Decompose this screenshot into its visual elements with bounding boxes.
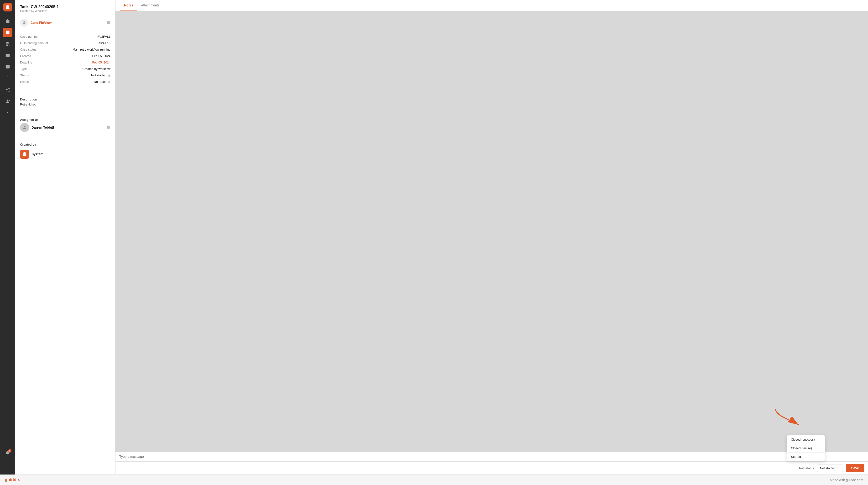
created-label: Created bbox=[20, 53, 61, 59]
assigned-avatar bbox=[20, 123, 29, 132]
dropdown-option-started[interactable]: Started bbox=[787, 453, 825, 461]
task-status-select[interactable]: Not started bbox=[817, 464, 843, 472]
case-number-row: Case number FV2FVL1 bbox=[20, 33, 111, 40]
tasks-icon[interactable] bbox=[3, 28, 12, 37]
notification-count: 3 bbox=[8, 449, 11, 453]
contact-name[interactable]: Jane FinView bbox=[31, 21, 52, 25]
avatar bbox=[20, 19, 28, 27]
assigned-person: Darren Tebbitt bbox=[20, 123, 54, 132]
outstanding-amount-label: Outstanding amount bbox=[20, 40, 61, 46]
case-status-value: Main retry workflow running bbox=[61, 46, 111, 53]
tab-notes[interactable]: Notes bbox=[120, 0, 137, 11]
home-icon[interactable] bbox=[3, 16, 12, 26]
status-value: Not started bbox=[61, 72, 111, 79]
case-status-row: Case status Main retry workflow running bbox=[20, 46, 111, 53]
task-status-label: Task status bbox=[799, 466, 814, 470]
svg-rect-0 bbox=[6, 31, 9, 34]
type-value: Created by workflow bbox=[61, 66, 111, 72]
svg-point-11 bbox=[23, 21, 25, 23]
type-row: Type Created by workflow bbox=[20, 66, 111, 72]
created-by-section: System bbox=[20, 150, 111, 159]
svg-point-5 bbox=[8, 88, 9, 89]
tabs-bar: Notes Attachments bbox=[116, 0, 868, 11]
system-logo bbox=[20, 150, 29, 159]
svg-point-4 bbox=[6, 89, 7, 90]
svg-point-12 bbox=[24, 126, 25, 127]
type-label: Type bbox=[20, 66, 61, 72]
outstanding-amount-value: $241.15 bbox=[61, 40, 111, 46]
footer: guidde. Made with guidde.com bbox=[0, 475, 868, 485]
svg-point-7 bbox=[7, 99, 8, 101]
deadline-row: Deadline Feb 05, 2024 bbox=[20, 59, 111, 66]
case-number-value: FV2FVL1 bbox=[61, 33, 111, 40]
status-label: Status bbox=[20, 72, 61, 79]
team-icon[interactable] bbox=[3, 96, 12, 106]
system-name: System bbox=[31, 152, 43, 156]
svg-point-10 bbox=[7, 112, 8, 113]
svg-point-6 bbox=[8, 90, 9, 92]
sidebar: 3 bbox=[0, 0, 15, 475]
mail-icon[interactable] bbox=[3, 62, 12, 71]
result-value: No result bbox=[61, 79, 111, 85]
dropdown-option-closed-success[interactable]: Closed (success) bbox=[787, 435, 825, 444]
result-label: Result bbox=[20, 79, 61, 85]
message-input-area bbox=[116, 452, 868, 461]
assigned-section: Darren Tebbitt bbox=[20, 123, 111, 132]
contacts-icon[interactable] bbox=[3, 39, 12, 49]
svg-point-1 bbox=[6, 42, 8, 44]
divider-2 bbox=[20, 113, 111, 113]
contact-row: Jane FinView bbox=[20, 17, 111, 29]
save-button[interactable]: Save bbox=[846, 464, 864, 472]
case-number-label: Case number bbox=[20, 33, 61, 40]
bottom-bar: Closed (success) Closed (failure) Starte… bbox=[116, 461, 868, 475]
bank-icon[interactable] bbox=[3, 73, 12, 83]
chevron-down-icon bbox=[837, 466, 840, 470]
svg-point-8 bbox=[9, 100, 9, 101]
notification-badge[interactable]: 3 bbox=[3, 448, 12, 458]
left-panel: Task: CW-20240205-1 Created by Workflow … bbox=[15, 0, 116, 475]
notes-area bbox=[116, 11, 868, 452]
message-input[interactable] bbox=[119, 455, 864, 458]
outstanding-amount-row: Outstanding amount $241.15 bbox=[20, 40, 111, 46]
info-table: Case number FV2FVL1 Outstanding amount $… bbox=[20, 33, 111, 85]
deadline-label: Deadline bbox=[20, 59, 61, 66]
right-panel: Notes Attachments bbox=[116, 0, 868, 475]
edit-contact-icon[interactable] bbox=[107, 20, 111, 25]
created-value: Feb 05, 2024 bbox=[61, 53, 111, 59]
status-row: Status Not started bbox=[20, 72, 111, 79]
result-row: Result No result bbox=[20, 79, 111, 85]
status-dropdown-popup: Closed (success) Closed (failure) Starte… bbox=[787, 435, 825, 461]
settings-icon[interactable] bbox=[3, 108, 12, 117]
description-value: Retry ticket bbox=[20, 103, 111, 106]
task-status-value: Not started bbox=[820, 466, 835, 470]
workflow-icon[interactable] bbox=[3, 85, 12, 94]
svg-rect-2 bbox=[6, 54, 10, 57]
result-dot bbox=[108, 81, 111, 83]
assigned-name: Darren Tebbitt bbox=[31, 125, 54, 129]
svg-point-9 bbox=[6, 100, 6, 101]
assigned-row: Darren Tebbitt bbox=[20, 123, 111, 132]
created-by-label: Created by bbox=[20, 143, 111, 146]
tab-attachments[interactable]: Attachments bbox=[137, 0, 163, 11]
dropdown-option-closed-failure[interactable]: Closed (failure) bbox=[787, 444, 825, 453]
task-title: Task: CW-20240205-1 bbox=[20, 5, 111, 9]
case-status-label: Case status bbox=[20, 46, 61, 53]
created-row: Created Feb 05, 2024 bbox=[20, 53, 111, 59]
assigned-to-label: Assigned to bbox=[20, 118, 111, 121]
card-icon[interactable] bbox=[3, 51, 12, 60]
deadline-value: Feb 05, 2024 bbox=[61, 59, 111, 66]
description-label: Description bbox=[20, 98, 111, 101]
task-subtitle: Created by Workflow bbox=[20, 9, 111, 13]
footer-logo: guidde. bbox=[5, 477, 20, 482]
status-dot bbox=[108, 74, 111, 77]
app-logo[interactable] bbox=[3, 3, 12, 11]
edit-assigned-icon[interactable] bbox=[107, 125, 111, 130]
contact-info: Jane FinView bbox=[20, 19, 52, 27]
footer-made-with: Made with guidde.com bbox=[830, 478, 863, 482]
